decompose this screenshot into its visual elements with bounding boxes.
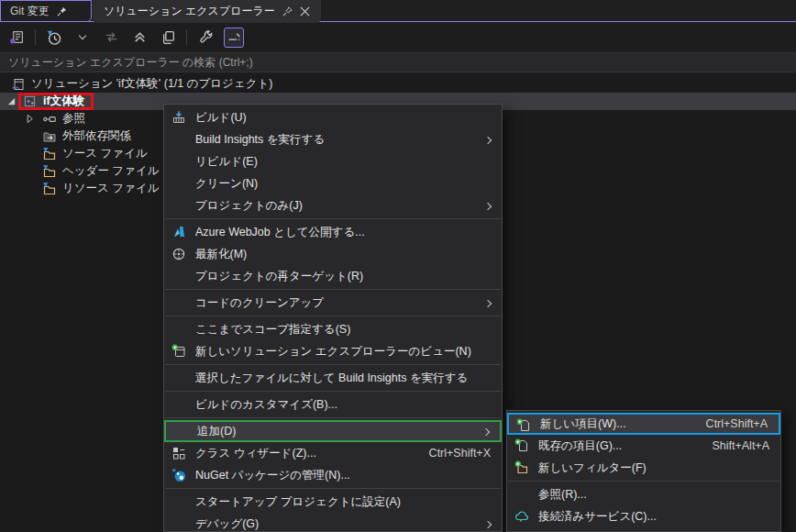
project-label: if文体験: [43, 94, 84, 109]
menu-item[interactable]: ビルドのカスタマイズ(B)...: [164, 393, 502, 416]
solution-icon: [11, 77, 26, 92]
close-icon[interactable]: [300, 6, 310, 17]
unpin-icon[interactable]: [282, 6, 293, 17]
menu-item[interactable]: クリーン(N): [164, 172, 502, 194]
menu-item-icon: [171, 269, 186, 283]
tree-item-label: 参照: [62, 111, 85, 127]
tree-item-solution[interactable]: ソリューション 'if文体験' (1/1 のプロジェクト): [0, 75, 796, 93]
menu-item-icon: [171, 397, 186, 412]
menu-item[interactable]: スタートアップ プロジェクトに設定(A): [164, 491, 502, 513]
search-input[interactable]: ソリューション エクスプローラー の検索 (Ctrl+;): [0, 52, 796, 72]
add-existing-item-icon: [514, 438, 529, 453]
tab-git-changes[interactable]: Git 変更: [0, 0, 92, 22]
menu-item-icon: [514, 487, 529, 502]
menu-item[interactable]: 新しいソリューション エクスプローラーのビュー(N): [164, 340, 502, 362]
menu-item[interactable]: 接続済みサービス(C)...: [507, 505, 780, 527]
menu-item-icon: [173, 426, 188, 440]
tab-solution-explorer[interactable]: ソリューション エクスプローラー: [93, 0, 321, 23]
switch-views-icon[interactable]: [6, 28, 27, 48]
menu-item[interactable]: NuGet パッケージの管理(N)...: [164, 464, 502, 486]
red-highlight-box: if文体験: [18, 93, 94, 110]
menu-separator: [508, 481, 779, 482]
menu-item[interactable]: 追加(D): [164, 420, 502, 442]
menu-separator: [165, 391, 501, 392]
menu-item[interactable]: 新しいフィルター(F): [507, 457, 780, 479]
nuget-icon: [171, 468, 186, 482]
sync-icon[interactable]: [101, 28, 121, 48]
menu-separator: [165, 316, 501, 316]
collapse-all-icon[interactable]: [129, 28, 149, 48]
pin-icon[interactable]: [56, 6, 68, 17]
tree-item-label: ヘッダー ファイル: [62, 163, 160, 179]
menu-item[interactable]: Build Insights を実行する: [164, 128, 502, 150]
menu-item[interactable]: 既存の項目(G)... Shift+Alt+A: [507, 435, 780, 457]
menu-item-icon: [171, 322, 186, 337]
submenu-arrow-icon: [485, 296, 491, 309]
menu-item[interactable]: デバッグ(G): [164, 513, 502, 532]
references-icon: [42, 112, 57, 127]
class-wizard-icon: [171, 446, 186, 460]
menu-separator: [165, 417, 501, 418]
menu-item-shortcut: Ctrl+Shift+A: [706, 417, 768, 430]
external-dependencies-icon: [42, 129, 57, 144]
menu-item[interactable]: クラス ウィザード(Z)... Ctrl+Shift+X: [164, 442, 502, 464]
menu-item[interactable]: ビルド(U): [164, 106, 502, 128]
solution-explorer-toolbar: [0, 22, 796, 52]
solution-explorer-window: Git 変更 ソリューション エクスプローラー: [0, 0, 796, 532]
cpp-project-icon: [23, 94, 38, 109]
expander-collapsed-icon[interactable]: [25, 114, 35, 124]
copy-icon[interactable]: [158, 28, 178, 48]
menu-separator: [165, 218, 501, 219]
menu-item[interactable]: コードのクリーンアップ: [164, 292, 502, 314]
pending-changes-filter-icon[interactable]: [44, 28, 64, 48]
menu-item-icon: [171, 516, 186, 531]
menu-item-icon: [171, 132, 186, 147]
menu-item[interactable]: リビルド(E): [164, 150, 502, 172]
add-new-item-icon: [516, 418, 531, 433]
project-context-menu: ビルド(U) Build Insights を実行する リビルド(E) クリーン…: [163, 104, 503, 532]
search-placeholder: ソリューション エクスプローラー の検索 (Ctrl+;): [8, 55, 253, 71]
tree-item-label: リソース ファイル: [62, 181, 160, 196]
menu-item-icon: [171, 295, 186, 310]
submenu-arrow-icon: [485, 517, 491, 530]
add-submenu: 新しい項目(W)... Ctrl+Shift+A 既存の項目(G)... Shi…: [506, 410, 781, 532]
submenu-arrow-icon: [485, 199, 491, 212]
preview-selected-icon[interactable]: [224, 28, 244, 48]
menu-item[interactable]: 最新化(M): [164, 243, 502, 265]
expander-expanded-icon[interactable]: [6, 96, 17, 106]
menu-separator: [165, 289, 501, 290]
menu-item[interactable]: 新しい項目(W)... Ctrl+Shift+A: [507, 413, 780, 435]
solution-label: ソリューション 'if文体験' (1/1 のプロジェクト): [31, 76, 272, 92]
new-view-icon: [171, 344, 186, 359]
wrench-icon[interactable]: [195, 28, 216, 48]
build-icon: [171, 110, 186, 125]
menu-item[interactable]: 選択したファイルに対して Build Insights を実行する: [164, 367, 502, 389]
connected-services-icon: [514, 509, 529, 524]
menu-separator: [165, 488, 501, 489]
modernize-icon: [171, 247, 186, 261]
menu-item-shortcut: Shift+Alt+A: [712, 439, 769, 452]
submenu-arrow-icon: [485, 133, 491, 146]
new-filter-icon: [514, 460, 529, 475]
menu-item[interactable]: 参照(R)...: [507, 483, 780, 505]
tab-label: Git 変更: [10, 4, 50, 19]
menu-item-icon: [171, 154, 186, 169]
azure-icon: [171, 225, 186, 239]
tree-item-label: ソース ファイル: [62, 146, 148, 161]
dropdown-chevron-icon[interactable]: [72, 28, 93, 48]
submenu-arrow-icon: [483, 425, 489, 438]
menu-item[interactable]: プロジェクトのみ(J): [164, 194, 502, 216]
menu-item[interactable]: プロジェクトの再ターゲット(R): [164, 265, 502, 287]
menu-item[interactable]: ここまでスコープ指定する(S): [164, 318, 502, 340]
toolbar-separator: [35, 29, 36, 45]
tree-item-label: 外部依存関係: [62, 128, 131, 144]
tab-label: ソリューション エクスプローラー: [104, 4, 275, 19]
menu-item-icon: [171, 494, 186, 509]
menu-item-icon: [171, 198, 186, 213]
menu-item-shortcut: Ctrl+Shift+X: [429, 447, 491, 460]
filter-folder-icon: [42, 182, 57, 196]
menu-item[interactable]: Azure WebJob として公開する...: [164, 221, 502, 243]
menu-item-icon: [171, 176, 186, 191]
toolbar-separator: [186, 29, 187, 45]
filter-folder-icon: [42, 147, 57, 161]
